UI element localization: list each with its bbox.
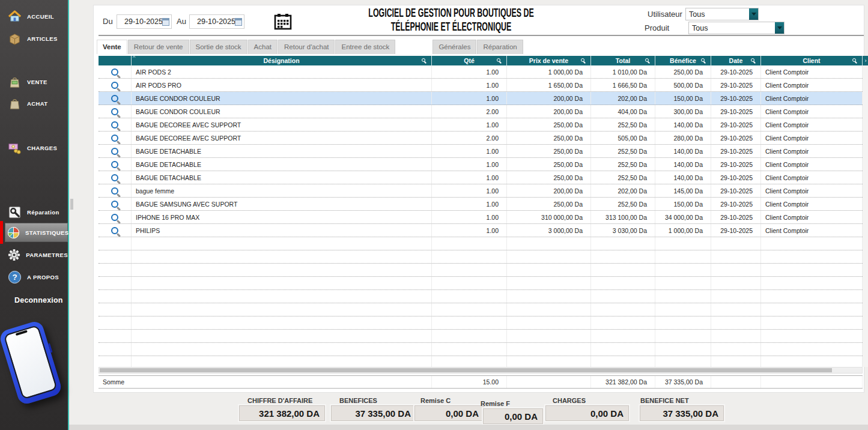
table-row[interactable]: AIR PODS PRO1.001 650,00 Da1 666,50 Da50… bbox=[99, 79, 863, 92]
column-header-total[interactable]: Total bbox=[591, 56, 655, 65]
sidebar: ACCUEILARTICLESVENTEACHATCHARGESRéparati… bbox=[0, 0, 69, 430]
summary-label-benefices: BENEFICES bbox=[339, 397, 377, 404]
row-search-icon[interactable] bbox=[111, 108, 118, 115]
table-row[interactable]: bague femme1.00200,00 Da202,00 Da145,00 … bbox=[99, 184, 863, 198]
tab-vente[interactable]: Vente bbox=[97, 40, 127, 54]
row-search-icon[interactable] bbox=[111, 148, 118, 155]
row-search-icon[interactable] bbox=[111, 214, 118, 221]
cell-benefice bbox=[655, 356, 711, 367]
column-search-icon[interactable] bbox=[581, 58, 584, 62]
sidebar-item-parametres[interactable]: PARAMETRES bbox=[0, 245, 68, 264]
sidebar-item-vente[interactable]: VENTE bbox=[0, 72, 68, 91]
table-row-empty[interactable] bbox=[99, 250, 863, 264]
table-row[interactable]: BAGUE DECOREE AVEC SUPPORT2.00250,00 Da5… bbox=[99, 132, 863, 145]
row-search-icon[interactable] bbox=[111, 227, 118, 234]
table-row[interactable]: BAGUE CONDOR COULEUR1.00200,00 Da202,00 … bbox=[99, 92, 863, 105]
row-search-icon[interactable] bbox=[111, 135, 118, 142]
table-row-empty[interactable] bbox=[99, 264, 863, 277]
table-row-empty[interactable] bbox=[99, 290, 863, 303]
date-from-calendar-icon[interactable] bbox=[162, 18, 169, 26]
chevron-down-icon[interactable] bbox=[775, 22, 784, 34]
table-row[interactable]: BAGUE DECOREE AVEC SUPPORT1.00250,00 Da2… bbox=[99, 118, 863, 132]
cell-icon bbox=[99, 303, 132, 316]
column-header-designation[interactable]: ^Désignation bbox=[132, 56, 432, 65]
cell-client bbox=[761, 237, 863, 250]
tab-sortie-de-stock[interactable]: Sortie de stock bbox=[190, 40, 247, 54]
cell-date bbox=[711, 343, 761, 356]
cell-designation bbox=[132, 264, 432, 276]
vertical-scrollbar-track[interactable] bbox=[863, 65, 868, 367]
row-search-icon[interactable] bbox=[111, 201, 118, 208]
table-row-empty[interactable] bbox=[99, 316, 863, 330]
table-row[interactable]: PHILIPS1.003 000,00 Da3 030,00 Da1 000,0… bbox=[99, 224, 863, 237]
column-header-prix[interactable]: Prix de vente bbox=[507, 56, 591, 65]
tab-achat[interactable]: Achat bbox=[248, 40, 278, 54]
sidebar-item-label: ACCUEIL bbox=[27, 13, 54, 20]
tab-retour-de-vente[interactable]: Retour de vente bbox=[128, 40, 189, 54]
sidebar-item-accueil[interactable]: ACCUEIL bbox=[0, 7, 68, 26]
table-row[interactable]: BAGUE DETACHABLE1.00250,00 Da252,50 Da14… bbox=[99, 171, 863, 184]
cell-benefice bbox=[655, 264, 711, 276]
cell-qte bbox=[432, 264, 507, 276]
tab-generales[interactable]: Générales bbox=[432, 40, 476, 54]
summary-label-remise-f: Remise F bbox=[481, 400, 510, 407]
row-search-icon[interactable] bbox=[111, 95, 118, 102]
sidebar-item-a-propos[interactable]: ?A PROPOS bbox=[0, 267, 68, 286]
sidebar-item-deconnexion[interactable]: Deconnexion bbox=[0, 291, 68, 310]
user-filter-select[interactable]: Tous bbox=[685, 8, 759, 20]
table-row-empty[interactable] bbox=[99, 237, 863, 250]
row-search-icon[interactable] bbox=[111, 161, 118, 168]
column-search-icon[interactable] bbox=[645, 58, 649, 62]
tab-retour-dachat[interactable]: Retour d'achat bbox=[278, 40, 335, 54]
table-row[interactable]: BAGUE CONDOR COULEUR2.00200,00 Da404,00 … bbox=[99, 105, 863, 118]
column-header-benefice[interactable]: Bénéfice bbox=[655, 56, 711, 65]
column-header-date[interactable]: Date bbox=[711, 56, 761, 65]
column-search-icon[interactable] bbox=[497, 58, 500, 62]
table-row-empty[interactable] bbox=[99, 330, 863, 343]
sidebar-item-articles[interactable]: ARTICLES bbox=[0, 29, 68, 48]
column-search-icon[interactable] bbox=[751, 58, 754, 62]
cell-total bbox=[591, 330, 655, 342]
cell-icon bbox=[99, 118, 132, 131]
vertical-scrollbar-thumb[interactable] bbox=[70, 199, 73, 210]
sidebar-item-achat[interactable]: ACHAT bbox=[0, 94, 68, 113]
column-header-client[interactable]: Client bbox=[761, 56, 863, 65]
summary-label-benefice-net: BENEFICE NET bbox=[640, 397, 689, 404]
cell-prix bbox=[507, 290, 591, 303]
table-row[interactable]: BAGUE SAMSUNG AVEC SUPORT1.00250,00 Da25… bbox=[99, 198, 863, 211]
table-row[interactable]: BAGUE DETACHABLE1.00250,00 Da252,50 Da14… bbox=[99, 145, 863, 158]
sidebar-item-statistiques[interactable]: STATISTIQUES bbox=[0, 223, 68, 242]
sidebar-item-reparation[interactable]: Réparation bbox=[0, 202, 68, 222]
date-from-input[interactable]: 29-10-2025 bbox=[117, 14, 172, 29]
sidebar-item-charges[interactable]: CHARGES bbox=[0, 138, 68, 157]
table-row[interactable]: IPHONE 16 PRO MAX1.00310 000,00 Da313 10… bbox=[99, 211, 863, 224]
row-search-icon[interactable] bbox=[111, 187, 118, 195]
cell-prix: 250,00 Da bbox=[507, 198, 591, 210]
row-search-icon[interactable] bbox=[111, 121, 118, 129]
column-search-icon[interactable] bbox=[422, 58, 425, 62]
column-search-icon[interactable] bbox=[852, 58, 856, 62]
table-row-empty[interactable] bbox=[99, 303, 863, 316]
cell-icon bbox=[99, 171, 132, 184]
scroll-right-button[interactable]: › bbox=[863, 56, 868, 65]
chevron-down-icon[interactable] bbox=[749, 8, 758, 20]
table-row-empty[interactable] bbox=[99, 277, 863, 290]
cell-prix bbox=[507, 316, 591, 329]
row-search-icon[interactable] bbox=[111, 174, 118, 181]
table-row[interactable]: BAGUE DETACHABLE1.00250,00 Da252,50 Da14… bbox=[99, 158, 863, 171]
row-search-icon[interactable] bbox=[111, 82, 118, 89]
row-search-icon[interactable] bbox=[111, 68, 118, 76]
table-row-empty[interactable] bbox=[99, 356, 863, 367]
product-filter-select[interactable]: Tous bbox=[688, 22, 785, 34]
cell-benefice bbox=[655, 277, 711, 289]
tab-entree-de-stock[interactable]: Entree de stock bbox=[335, 40, 395, 54]
table-row[interactable]: AIR PODS 21.001 000,00 Da1 010,00 Da250,… bbox=[99, 65, 863, 79]
table-row-empty[interactable] bbox=[99, 343, 863, 356]
column-header-icon[interactable] bbox=[99, 56, 132, 65]
horizontal-scrollbar[interactable] bbox=[99, 367, 863, 374]
horizontal-scrollbar-thumb[interactable] bbox=[100, 368, 832, 372]
column-header-qte[interactable]: Qté bbox=[432, 56, 507, 65]
column-search-icon[interactable] bbox=[701, 58, 705, 62]
tab-reparation[interactable]: Réparation bbox=[477, 40, 523, 54]
cell-prix: 250,00 Da bbox=[507, 158, 591, 171]
